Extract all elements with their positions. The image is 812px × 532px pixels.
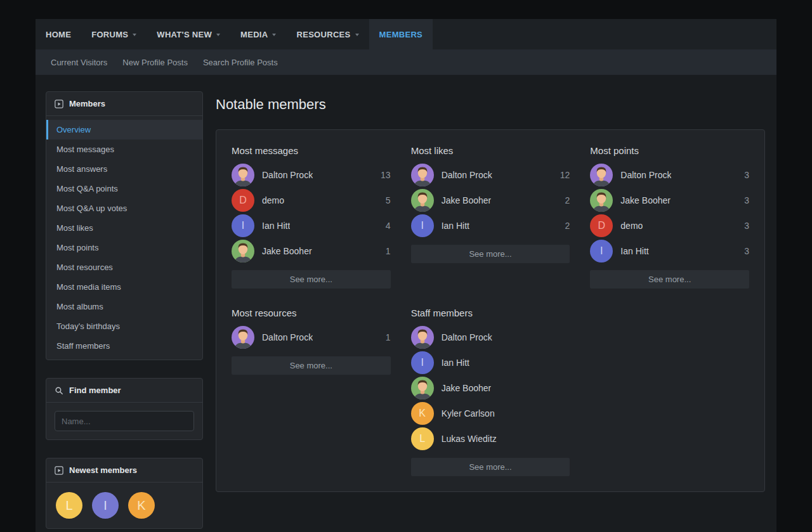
- member-name-link[interactable]: Jake Booher: [620, 195, 671, 205]
- sidebar-item-most-albums[interactable]: Most albums: [46, 297, 202, 316]
- nav-item-media[interactable]: MEDIA: [230, 19, 286, 49]
- member-name-link[interactable]: demo: [620, 221, 643, 231]
- member-count: 12: [560, 170, 570, 180]
- avatar-letter: I: [421, 357, 423, 368]
- nav-item-whats-new[interactable]: WHAT'S NEW: [147, 19, 230, 49]
- search-icon: [55, 386, 63, 395]
- sidebar-item-staff-members[interactable]: Staff members: [46, 336, 202, 356]
- avatar[interactable]: I: [590, 240, 613, 263]
- member-name-link[interactable]: Dalton Prock: [262, 332, 313, 342]
- nav-item-members[interactable]: MEMBERS: [369, 19, 433, 49]
- avatar[interactable]: D: [590, 214, 613, 237]
- subnav-item-current-visitors[interactable]: Current Visitors: [43, 58, 115, 67]
- avatar-letter: I: [103, 498, 107, 513]
- avatar[interactable]: I: [411, 214, 434, 237]
- sidebar-item-most-messages[interactable]: Most messages: [46, 139, 202, 159]
- sidebar-item-most-resources[interactable]: Most resources: [46, 257, 202, 277]
- avatar[interactable]: [411, 377, 434, 399]
- member-name-link[interactable]: Jake Booher: [262, 246, 312, 256]
- member-name-link[interactable]: Ian Hitt: [262, 221, 290, 231]
- notable-members-grid: Most messages: [232, 145, 749, 476]
- nav-item-forums[interactable]: FORUMS: [81, 19, 147, 49]
- avatar[interactable]: K: [128, 492, 155, 519]
- nav-item-resources[interactable]: RESOURCES: [286, 19, 369, 49]
- section-title: Most resources: [232, 308, 391, 318]
- member-name-link[interactable]: Jake Booher: [442, 383, 492, 393]
- subnav-item-new-profile-posts[interactable]: New Profile Posts: [115, 58, 195, 67]
- member-row: Dalton Prock: [411, 325, 570, 350]
- avatar[interactable]: K: [411, 402, 434, 425]
- member-row: Dalton Prock 3: [590, 162, 749, 188]
- avatar[interactable]: I: [411, 351, 434, 374]
- avatar[interactable]: L: [56, 492, 82, 519]
- section-title: Most messages: [232, 145, 391, 156]
- member-name-link[interactable]: Dalton Prock: [442, 170, 492, 180]
- sidebar-item-most-points[interactable]: Most points: [46, 238, 202, 257]
- avatar-letter: I: [242, 220, 244, 231]
- list-play-icon: [55, 100, 63, 108]
- member-name-link[interactable]: Ian Hitt: [620, 246, 648, 256]
- sidebar-item-most-qa-up-votes[interactable]: Most Q&A up votes: [46, 198, 202, 218]
- sidebar-item-most-media-items[interactable]: Most media items: [46, 277, 202, 297]
- member-name-link[interactable]: Jake Booher: [442, 195, 492, 205]
- avatar-letter: I: [600, 245, 603, 257]
- sidebar-item-most-likes[interactable]: Most likes: [46, 218, 202, 238]
- member-row: D demo 5: [232, 188, 391, 213]
- section-title: Most likes: [411, 145, 570, 156]
- see-more-button[interactable]: See more...: [411, 458, 570, 476]
- avatar[interactable]: [232, 164, 254, 186]
- member-row: K Kyler Carlson: [411, 401, 570, 426]
- block-header: Members: [46, 92, 202, 116]
- avatar[interactable]: [590, 189, 613, 212]
- member-name-link[interactable]: Dalton Prock: [442, 332, 492, 342]
- avatar[interactable]: L: [411, 427, 434, 450]
- sidebar-item-most-qa-points[interactable]: Most Q&A points: [46, 179, 202, 198]
- chevron-down-icon: [216, 34, 220, 36]
- member-name-link[interactable]: Dalton Prock: [262, 170, 313, 180]
- notable-members-panel: Most messages: [216, 129, 765, 492]
- member-name-link[interactable]: Dalton Prock: [620, 170, 671, 180]
- nav-item-home[interactable]: HOME: [36, 19, 81, 49]
- section-most-points: Most points D: [590, 145, 749, 289]
- avatar[interactable]: [411, 189, 434, 212]
- chevron-down-icon: [133, 34, 136, 36]
- members-nav-list: Overview Most messages Most answers Most…: [46, 116, 202, 360]
- avatar[interactable]: [232, 326, 254, 349]
- sidebar-item-todays-birthdays[interactable]: Today's birthdays: [46, 316, 202, 336]
- find-member-input[interactable]: [55, 411, 194, 431]
- member-count: 2: [565, 221, 570, 231]
- avatar-letter: K: [137, 498, 145, 513]
- section-most-messages: Most messages: [232, 145, 391, 289]
- newest-members-avatars: L I K: [55, 491, 194, 520]
- block-header: Newest members: [46, 458, 202, 483]
- sidebar-item-overview[interactable]: Overview: [46, 120, 202, 139]
- member-name-link[interactable]: Ian Hitt: [442, 358, 469, 368]
- subnav-item-search-profile-posts[interactable]: Search Profile Posts: [195, 58, 285, 67]
- member-name-link[interactable]: demo: [262, 195, 284, 205]
- avatar[interactable]: D: [232, 189, 254, 212]
- member-name-link[interactable]: Kyler Carlson: [442, 408, 495, 418]
- sidebar-item-most-answers[interactable]: Most answers: [46, 159, 202, 179]
- avatar[interactable]: [411, 164, 434, 186]
- block-title: Members: [69, 99, 105, 108]
- member-name-link[interactable]: Lukas Wieditz: [442, 434, 497, 444]
- chevron-down-icon: [355, 34, 359, 36]
- find-member-block: Find member: [46, 378, 203, 440]
- member-count: 2: [565, 195, 570, 205]
- avatar[interactable]: [590, 164, 613, 186]
- see-more-button[interactable]: See more...: [411, 245, 570, 263]
- avatar[interactable]: [232, 240, 254, 263]
- see-more-button[interactable]: See more...: [232, 356, 391, 375]
- member-name-link[interactable]: Ian Hitt: [442, 221, 469, 231]
- see-more-button[interactable]: See more...: [232, 270, 391, 289]
- member-count: 3: [744, 170, 749, 180]
- sidebar: Members Overview Most messages Most answ…: [46, 91, 203, 532]
- see-more-button[interactable]: See more...: [590, 270, 749, 289]
- avatar[interactable]: [411, 326, 434, 349]
- member-row: L Lukas Wieditz: [411, 426, 570, 451]
- avatar[interactable]: I: [232, 214, 254, 237]
- member-count: 5: [386, 195, 391, 205]
- member-count: 13: [381, 170, 391, 180]
- avatar[interactable]: I: [92, 492, 119, 519]
- section-title: Staff members: [411, 308, 570, 318]
